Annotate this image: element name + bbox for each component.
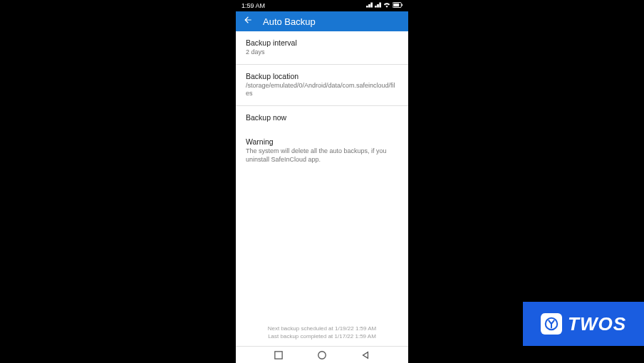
phone-frame: 1:59 AM Auto Backup Backup interval 2 da… bbox=[236, 0, 408, 363]
wifi-icon bbox=[383, 2, 390, 9]
backup-location-row[interactable]: Backup location /storage/emulated/0/Andr… bbox=[236, 65, 408, 106]
warning-block: Warning The system will delete all the a… bbox=[236, 130, 408, 171]
svg-point-4 bbox=[318, 351, 326, 359]
twos-badge-text: TWOS bbox=[568, 313, 626, 335]
svg-rect-1 bbox=[393, 4, 399, 6]
backup-location-title: Backup location bbox=[246, 72, 398, 80]
backup-now-title: Backup now bbox=[246, 113, 398, 122]
settings-content: Backup interval 2 days Backup location /… bbox=[236, 31, 408, 346]
status-icons bbox=[366, 2, 402, 9]
backup-interval-title: Backup interval bbox=[246, 38, 398, 47]
next-backup-text: Next backup scheduled at 1/19/22 1:59 AM bbox=[246, 325, 398, 332]
last-backup-text: Last backup completed at 1/17/22 1:59 AM bbox=[246, 332, 398, 340]
back-icon[interactable] bbox=[243, 15, 253, 28]
nav-bar bbox=[236, 346, 408, 363]
signal-icon-2 bbox=[375, 2, 381, 9]
twos-badge: TWOS bbox=[523, 302, 644, 346]
page-title: Auto Backup bbox=[263, 16, 316, 27]
svg-rect-2 bbox=[402, 4, 402, 6]
status-time: 1:59 AM bbox=[242, 2, 366, 9]
backup-interval-value: 2 days bbox=[246, 48, 398, 57]
signal-icon-1 bbox=[366, 2, 373, 9]
footer-info: Next backup scheduled at 1/19/22 1:59 AM… bbox=[236, 320, 408, 346]
svg-rect-3 bbox=[275, 351, 282, 358]
nav-recent-icon[interactable] bbox=[274, 351, 283, 359]
warning-title: Warning bbox=[246, 137, 398, 146]
status-bar: 1:59 AM bbox=[236, 0, 408, 11]
app-bar: Auto Backup bbox=[236, 11, 408, 31]
spacer bbox=[236, 171, 408, 320]
twos-logo-icon bbox=[541, 313, 562, 335]
backup-location-value: /storage/emulated/0/Android/data/com.saf… bbox=[246, 82, 398, 98]
backup-now-row[interactable]: Backup now bbox=[236, 106, 408, 130]
warning-text: The system will delete all the auto back… bbox=[246, 147, 398, 164]
backup-interval-row[interactable]: Backup interval 2 days bbox=[236, 31, 408, 65]
nav-home-icon[interactable] bbox=[317, 350, 327, 360]
battery-icon bbox=[393, 2, 402, 9]
nav-back-icon[interactable] bbox=[361, 351, 370, 359]
